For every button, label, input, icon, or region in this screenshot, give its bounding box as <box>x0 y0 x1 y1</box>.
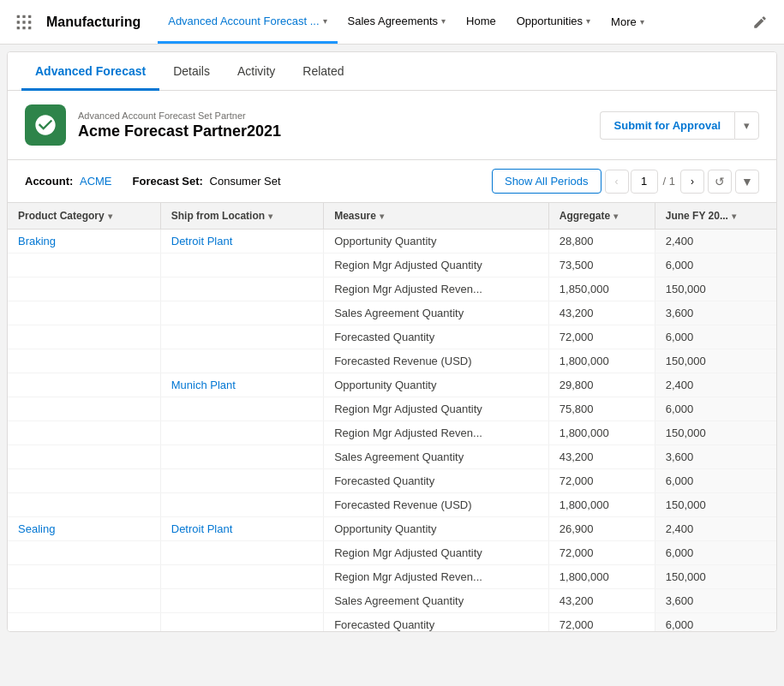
page-total: / 1 <box>660 175 679 188</box>
nav-tabs: Advanced Account Forecast ... ▾ Sales Ag… <box>158 0 654 44</box>
show-all-periods-button[interactable]: Show All Periods <box>492 169 601 194</box>
cell-ship-from <box>160 325 323 349</box>
account-link[interactable]: ACME <box>80 175 112 188</box>
nav-more[interactable]: More ▾ <box>601 15 655 28</box>
col-aggregate[interactable]: Aggregate ▾ <box>548 203 655 230</box>
nav-tab-opportunities[interactable]: Opportunities ▾ <box>506 0 601 44</box>
product-category-link[interactable]: Braking <box>18 235 56 248</box>
cell-ship-from <box>160 349 323 373</box>
edit-icon[interactable] <box>746 9 774 36</box>
cell-june-fy: 2,400 <box>655 517 776 541</box>
record-info: Advanced Account Forecast Set Partner Ac… <box>78 110 600 140</box>
cell-aggregate: 1,850,000 <box>548 277 655 301</box>
cell-product-category[interactable]: Sealing <box>8 517 160 541</box>
nav-tab-sales-label: Sales Agreements <box>348 15 439 27</box>
cell-measure: Forecasted Quantity <box>324 469 549 493</box>
cell-ship-from <box>160 277 323 301</box>
cell-june-fy: 150,000 <box>655 493 776 517</box>
submit-for-approval-button[interactable]: Submit for Approval <box>600 111 734 140</box>
cell-product-category <box>8 301 160 325</box>
svg-rect-5 <box>28 21 31 23</box>
col-measure[interactable]: Measure ▾ <box>324 203 549 230</box>
cell-product-category <box>8 397 160 421</box>
tab-advanced-forecast[interactable]: Advanced Forecast <box>21 52 159 91</box>
cell-aggregate: 43,200 <box>548 589 655 613</box>
table-header-row: Product Category ▾ Ship from Location ▾ … <box>8 203 776 230</box>
ship-from-link[interactable]: Detroit Plant <box>171 235 233 248</box>
cell-aggregate: 73,500 <box>548 254 655 277</box>
nav-tab-sales[interactable]: Sales Agreements ▾ <box>338 0 457 44</box>
cell-aggregate: 1,800,000 <box>548 493 655 517</box>
cell-ship-from <box>160 445 323 469</box>
nav-tab-home[interactable]: Home <box>456 0 506 44</box>
table-container: Product Category ▾ Ship from Location ▾ … <box>8 203 776 631</box>
cell-june-fy: 6,000 <box>655 541 776 565</box>
next-page-button[interactable]: › <box>680 170 704 194</box>
cell-aggregate: 72,000 <box>548 469 655 493</box>
cell-aggregate: 26,900 <box>548 517 655 541</box>
cell-measure: Forecasted Revenue (USD) <box>324 493 549 517</box>
col-june-fy[interactable]: June FY 20... ▾ <box>655 203 776 230</box>
tab-details[interactable]: Details <box>159 52 224 91</box>
cell-ship-from[interactable]: Detroit Plant <box>160 230 323 254</box>
cell-ship-from <box>160 421 323 445</box>
cell-measure: Opportunity Quantity <box>324 517 549 541</box>
cell-aggregate: 29,800 <box>548 373 655 397</box>
tab-activity[interactable]: Activity <box>224 52 289 91</box>
cell-june-fy: 3,600 <box>655 301 776 325</box>
refresh-button[interactable]: ↺ <box>708 170 732 194</box>
nav-more-label: More <box>611 15 637 28</box>
cell-measure: Region Mgr Adjusted Reven... <box>324 565 549 589</box>
cell-measure: Sales Agreement Quantity <box>324 589 549 613</box>
cell-product-category <box>8 613 160 632</box>
table-row: Region Mgr Adjusted Quantity75,8006,000 <box>8 397 776 421</box>
table-row: Forecasted Revenue (USD)1,800,000150,000 <box>8 493 776 517</box>
grid-icon[interactable] <box>10 9 38 36</box>
table-row: Region Mgr Adjusted Quantity73,5006,000 <box>8 254 776 277</box>
nav-tab-forecast-label: Advanced Account Forecast ... <box>168 15 319 27</box>
cell-ship-from <box>160 541 323 565</box>
cell-aggregate: 72,000 <box>548 541 655 565</box>
col-ship-from[interactable]: Ship from Location ▾ <box>160 203 323 230</box>
col-product-category[interactable]: Product Category ▾ <box>8 203 160 230</box>
cell-product-category <box>8 565 160 589</box>
table-row: SealingDetroit PlantOpportunity Quantity… <box>8 517 776 541</box>
cell-product-category <box>8 277 160 301</box>
cell-june-fy: 150,000 <box>655 349 776 373</box>
cell-product-category[interactable]: Braking <box>8 230 160 254</box>
cell-ship-from <box>160 301 323 325</box>
svg-rect-7 <box>22 27 25 29</box>
nav-tab-opportunities-label: Opportunities <box>517 15 583 27</box>
table-row: Forecasted Quantity72,0006,000 <box>8 325 776 349</box>
page-number-input[interactable] <box>631 170 658 194</box>
cell-june-fy: 2,400 <box>655 373 776 397</box>
product-category-link[interactable]: Sealing <box>18 522 55 535</box>
prev-page-button[interactable]: ‹ <box>605 170 629 194</box>
cell-aggregate: 1,800,000 <box>548 565 655 589</box>
sort-icon: ▾ <box>613 212 618 221</box>
cell-ship-from[interactable]: Detroit Plant <box>160 517 323 541</box>
cell-measure: Region Mgr Adjusted Quantity <box>324 254 549 277</box>
forecast-table: Product Category ▾ Ship from Location ▾ … <box>8 203 776 631</box>
cell-product-category <box>8 469 160 493</box>
cell-product-category <box>8 421 160 445</box>
tab-related[interactable]: Related <box>289 52 357 91</box>
cell-ship-from <box>160 493 323 517</box>
nav-tab-forecast[interactable]: Advanced Account Forecast ... ▾ <box>158 0 337 44</box>
cell-ship-from[interactable]: Munich Plant <box>160 373 323 397</box>
cell-measure: Region Mgr Adjusted Reven... <box>324 421 549 445</box>
table-row: Sales Agreement Quantity43,2003,600 <box>8 589 776 613</box>
svg-rect-4 <box>22 21 25 23</box>
table-row: Region Mgr Adjusted Quantity72,0006,000 <box>8 541 776 565</box>
pagination: ‹ / 1 › <box>605 170 704 194</box>
cell-june-fy: 150,000 <box>655 565 776 589</box>
filter-button[interactable]: ▼ <box>735 170 759 194</box>
submit-dropdown-button[interactable]: ▾ <box>734 111 759 140</box>
cell-aggregate: 1,800,000 <box>548 349 655 373</box>
table-row: Sales Agreement Quantity43,2003,600 <box>8 301 776 325</box>
ship-from-link[interactable]: Detroit Plant <box>171 522 233 535</box>
forecast-set-label: Forecast Set: Consumer Set <box>133 175 281 188</box>
table-row: Region Mgr Adjusted Reven...1,800,000150… <box>8 421 776 445</box>
cell-product-category <box>8 373 160 397</box>
ship-from-link[interactable]: Munich Plant <box>171 379 236 391</box>
